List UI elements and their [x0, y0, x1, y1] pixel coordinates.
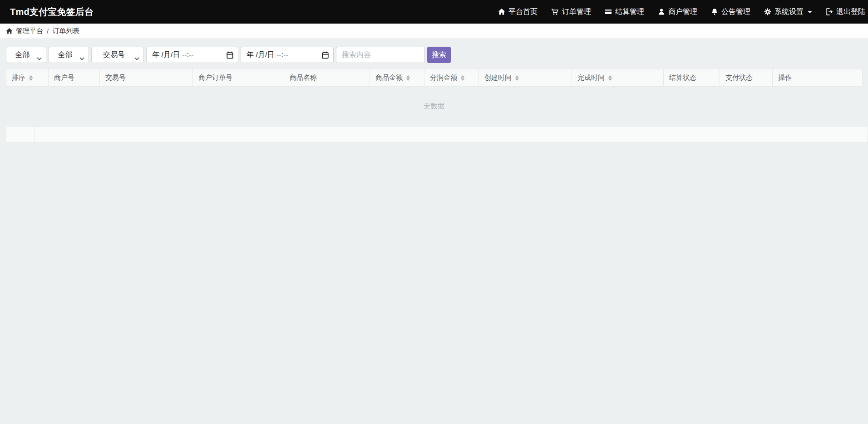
nav-item-settlement-management[interactable]: 结算管理	[605, 7, 644, 17]
top-navbar: Tmd支付宝免签后台 平台首页 订单管理 结算管理 商户管理 公告管理 系统设置	[0, 0, 868, 24]
nav-item-order-management[interactable]: 订单管理	[551, 7, 591, 17]
bell-icon	[711, 8, 718, 15]
nav-item-label: 订单管理	[562, 7, 591, 17]
column-label: 操作	[778, 73, 792, 82]
sort-icon	[29, 75, 33, 81]
nav-item-logout[interactable]: 退出登陆	[826, 7, 865, 17]
sort-icon	[515, 75, 519, 81]
filter-toolbar: 全部 全部 交易号 年 /月/日 --:-- 年 /月/日 --:-- 搜索	[6, 47, 868, 63]
column-header-pay-status: 支付状态	[720, 69, 773, 87]
column-label: 交易号	[105, 73, 126, 82]
column-label: 排序	[12, 73, 25, 82]
type-filter-value: 全部	[58, 50, 73, 60]
column-label: 创建时间	[484, 73, 512, 82]
cart-icon	[551, 8, 559, 15]
nav-item-label: 商户管理	[668, 7, 697, 17]
column-header-finish-time[interactable]: 完成时间	[572, 69, 664, 87]
sort-icon	[406, 75, 410, 81]
search-input[interactable]	[336, 47, 425, 63]
user-icon	[658, 8, 665, 15]
chevron-down-icon	[134, 54, 139, 62]
column-header-merchant-id: 商户号	[49, 69, 100, 87]
sort-icon	[461, 75, 464, 81]
date-start-input[interactable]: 年 /月/日 --:--	[146, 47, 238, 63]
orders-table: 排序 商户号 交易号 商户订单号 商品名称 商品金额 分润金额 创建时间 完成时…	[6, 69, 863, 87]
nav-item-merchant-management[interactable]: 商户管理	[658, 7, 697, 17]
footer-left-cell	[6, 127, 35, 142]
page-content: 全部 全部 交易号 年 /月/日 --:-- 年 /月/日 --:-- 搜索	[0, 39, 868, 142]
breadcrumb-current: 订单列表	[52, 27, 79, 35]
date-end-input[interactable]: 年 /月/日 --:--	[241, 47, 334, 63]
column-header-merchant-order-no: 商户订单号	[193, 69, 284, 87]
column-label: 商品名称	[290, 73, 317, 82]
status-filter-select[interactable]: 全部	[6, 47, 46, 63]
nav-item-system-settings[interactable]: 系统设置	[764, 7, 812, 17]
column-label: 完成时间	[577, 73, 605, 82]
table-footer	[6, 126, 868, 142]
column-header-sort[interactable]: 排序	[6, 69, 49, 87]
gear-icon	[764, 8, 771, 15]
column-header-create-time[interactable]: 创建时间	[479, 69, 572, 87]
calendar-icon	[322, 51, 329, 59]
column-header-settle-status: 结算状态	[664, 69, 720, 87]
footer-main-cell	[35, 127, 868, 142]
table-empty-state: 无数据	[6, 87, 862, 126]
credit-card-icon	[605, 8, 612, 15]
column-label: 商品金额	[375, 73, 403, 82]
calendar-icon	[227, 51, 233, 59]
app-title: Tmd支付宝免签后台	[10, 6, 94, 18]
status-filter-value: 全部	[15, 50, 30, 60]
column-header-trade-no: 交易号	[100, 69, 193, 87]
column-label: 商户订单号	[198, 73, 232, 82]
column-label: 结算状态	[669, 73, 696, 82]
column-header-actions: 操作	[773, 69, 863, 87]
main-nav: 平台首页 订单管理 结算管理 商户管理 公告管理 系统设置 退出登陆	[498, 7, 865, 17]
search-button[interactable]: 搜索	[427, 47, 451, 63]
nav-item-label: 结算管理	[615, 7, 644, 17]
nav-item-label: 退出登陆	[836, 7, 865, 17]
date-start-value: 年 /月/日 --:--	[152, 50, 194, 60]
nav-item-label: 平台首页	[508, 7, 538, 17]
column-header-product-amount[interactable]: 商品金额	[370, 69, 424, 87]
table-header-row: 排序 商户号 交易号 商户订单号 商品名称 商品金额 分润金额 创建时间 完成时…	[6, 69, 863, 87]
chevron-down-icon	[808, 11, 812, 13]
column-label: 分润金额	[430, 73, 457, 82]
nav-item-announcement-management[interactable]: 公告管理	[711, 7, 750, 17]
type-filter-select[interactable]: 全部	[49, 47, 89, 63]
date-end-value: 年 /月/日 --:--	[247, 50, 288, 60]
breadcrumb: 管理平台 / 订单列表	[0, 24, 868, 39]
column-header-product-name: 商品名称	[284, 69, 370, 87]
chevron-down-icon	[79, 54, 84, 62]
home-icon	[6, 28, 13, 34]
nav-item-label: 系统设置	[774, 7, 804, 17]
breadcrumb-root[interactable]: 管理平台	[16, 27, 43, 35]
chevron-down-icon	[37, 54, 42, 62]
search-field-value: 交易号	[103, 50, 125, 60]
empty-text: 无数据	[424, 102, 444, 111]
home-icon	[498, 8, 505, 15]
search-field-select[interactable]: 交易号	[91, 47, 144, 63]
nav-item-platform-home[interactable]: 平台首页	[498, 7, 538, 17]
logout-icon	[826, 8, 833, 15]
column-label: 支付状态	[725, 73, 753, 82]
nav-item-label: 公告管理	[721, 7, 750, 17]
column-header-share-amount[interactable]: 分润金额	[424, 69, 479, 87]
breadcrumb-separator: /	[47, 27, 49, 35]
sort-icon	[608, 75, 612, 81]
column-label: 商户号	[54, 73, 74, 82]
